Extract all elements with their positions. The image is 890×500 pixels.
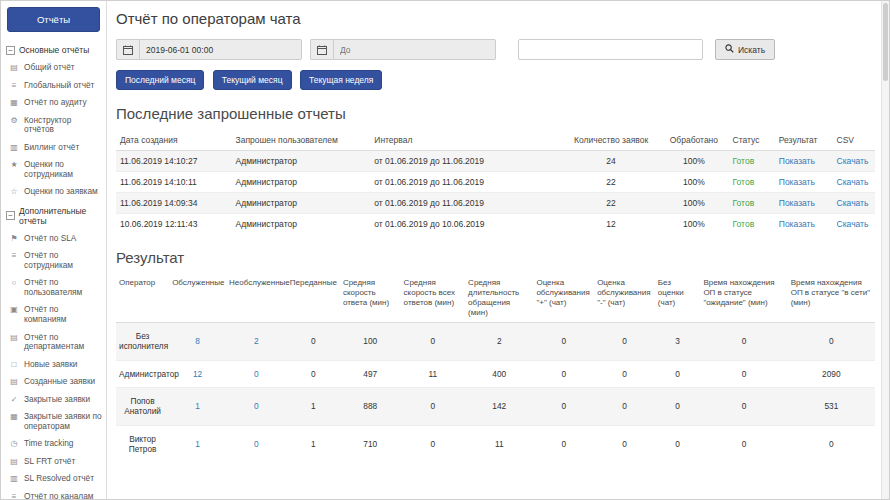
sidebar-item-label: Конструктор отчётов — [24, 116, 102, 135]
page-title: Отчёт по операторам чата — [116, 10, 875, 27]
cell-text: 11 — [429, 369, 438, 379]
cell-text: 1 — [311, 439, 316, 449]
cell-text: 531 — [824, 401, 838, 411]
cell-link[interactable]: 8 — [195, 336, 200, 346]
sidebar-item[interactable]: ⚑Отчёт по SLA — [1, 230, 106, 248]
sidebar-item[interactable]: ▥Биллинг отчёт — [1, 139, 106, 157]
search-button[interactable]: Искать — [715, 39, 775, 60]
sidebar-item-label: Оценки по сотрудникам — [24, 160, 102, 179]
recent-reports-table: Дата созданияЗапрошен пользователемИнтер… — [116, 130, 875, 234]
sl-frt-icon: ▤ — [9, 457, 19, 466]
cell-text: Администратор — [236, 177, 297, 187]
scrollbar-track[interactable] — [881, 1, 889, 499]
cell-text: 100% — [683, 156, 705, 166]
last-month-button[interactable]: Последний месяц — [116, 70, 204, 90]
sidebar-item[interactable]: ▤Отчёт по департаментам — [1, 329, 106, 356]
sidebar-item[interactable]: ▥SL Resolved отчёт — [1, 470, 106, 488]
cell-link[interactable]: 0 — [254, 439, 259, 449]
sidebar-item[interactable]: ✓Закрытые заявки — [1, 391, 106, 409]
scrollbar-thumb[interactable] — [883, 3, 888, 81]
cell-link[interactable]: Скачать — [837, 156, 869, 166]
sidebar-section-title[interactable]: −Основные отчёты — [1, 40, 106, 59]
calendar-icon[interactable] — [310, 39, 333, 60]
cell-text: 0 — [622, 369, 627, 379]
sidebar-item-label: Биллинг отчёт — [24, 143, 79, 153]
collapse-icon[interactable]: − — [6, 211, 15, 220]
date-from-input[interactable] — [139, 39, 302, 60]
cell-text: Администратор — [236, 156, 297, 166]
column-header: Оператор — [116, 274, 169, 323]
billing-icon: ▥ — [9, 143, 19, 152]
sidebar-item[interactable]: ▦Отчёт по аудиту — [1, 94, 106, 112]
cell-link[interactable]: Скачать — [837, 219, 869, 229]
column-header: Средняя скорость ответа (мин) — [340, 274, 401, 323]
date-to-group — [310, 39, 496, 60]
sidebar-item[interactable]: ○Отчёт по пользователям — [1, 274, 106, 301]
sidebar-section-title[interactable]: −Дополнительные отчёты — [1, 201, 106, 230]
cell-link[interactable]: Показать — [779, 198, 815, 208]
cell-text: 0 — [561, 401, 566, 411]
reports-button[interactable]: Отчёты — [7, 7, 100, 32]
column-header: Оценка обслуживания "-" (чат) — [594, 274, 655, 323]
column-header: Время нахождения ОП в статусе "ожидание"… — [700, 274, 787, 323]
result-heading: Результат — [116, 249, 875, 266]
current-week-button[interactable]: Текущая неделя — [300, 70, 382, 90]
search-button-label: Искать — [738, 45, 765, 55]
sidebar-item[interactable]: ▤SL FRT отчёт — [1, 453, 106, 471]
calendar-icon[interactable] — [116, 39, 139, 60]
sidebar-item[interactable]: ◷Time tracking — [1, 435, 106, 453]
column-header: Интервал — [370, 130, 563, 151]
cell-text: 0 — [742, 401, 747, 411]
collapse-icon[interactable]: − — [6, 46, 15, 55]
cell-text: 0 — [675, 369, 680, 379]
cell-link[interactable]: Скачать — [837, 198, 869, 208]
cell-text: 0 — [742, 439, 747, 449]
table-row: Без исполнителя8201000200300 — [116, 323, 875, 361]
column-header: Средняя длительность обращения (мин) — [465, 274, 533, 323]
status-text: Готов — [733, 198, 755, 208]
document-icon: ▤ — [9, 63, 19, 72]
date-to-input[interactable] — [333, 39, 496, 60]
sidebar-item[interactable]: ▤Общий отчёт — [1, 59, 106, 77]
current-month-button[interactable]: Текущий месяц — [213, 70, 292, 90]
cell-text: 0 — [742, 336, 747, 346]
search-input[interactable] — [518, 39, 703, 60]
sidebar-item[interactable]: ▦Закрытые заявки по операторам — [1, 408, 106, 435]
cell-text: от 01.06.2019 до 11.06.2019 — [374, 156, 484, 166]
cell-link[interactable]: 2 — [254, 336, 259, 346]
cell-text: 10.06.2019 12:11:43 — [120, 219, 197, 229]
column-header: Результат — [775, 130, 833, 151]
column-header: Без оценки (чат) — [655, 274, 701, 323]
cell-text: 497 — [363, 369, 377, 379]
column-header: Средняя скорость всех ответов (мин) — [401, 274, 466, 323]
cell-link[interactable]: Показать — [779, 177, 815, 187]
cell-link[interactable]: 12 — [193, 369, 202, 379]
departments-icon: ▤ — [9, 333, 19, 342]
sidebar-item[interactable]: ☆Оценки по заявкам — [1, 183, 106, 201]
sidebar-item[interactable]: ≡Отчёт по каналам чата — [1, 488, 106, 499]
cell-link[interactable]: Скачать — [837, 177, 869, 187]
sidebar-item-label: SL Resolved отчёт — [24, 474, 94, 484]
sidebar-item[interactable]: ≡Отчёт по сотрудникам — [1, 247, 106, 274]
cell-text: 100% — [683, 198, 705, 208]
date-from-group — [116, 39, 302, 60]
sidebar-item[interactable]: ▤Созданные заявки — [1, 373, 106, 391]
cell-link[interactable]: Показать — [779, 156, 815, 166]
sidebar-item[interactable]: ⚙Конструктор отчётов — [1, 112, 106, 139]
cell-link[interactable]: 0 — [254, 401, 259, 411]
table-row: Администратор12004971140000002090 — [116, 360, 875, 387]
cell-text: 0 — [622, 401, 627, 411]
sidebar-item[interactable]: □Новые заявки — [1, 356, 106, 374]
cell-text: 11.06.2019 14:09:34 — [120, 198, 197, 208]
cell-text: 0 — [622, 439, 627, 449]
column-header: Запрошен пользователем — [232, 130, 371, 151]
cell-link[interactable]: Показать — [779, 219, 815, 229]
cell-link[interactable]: 0 — [254, 369, 259, 379]
column-header: Количество заявок — [563, 130, 659, 151]
sidebar-item[interactable]: ★Оценки по сотрудникам — [1, 156, 106, 183]
ticket-ratings-icon: ☆ — [9, 187, 19, 196]
cell-link[interactable]: 1 — [195, 401, 200, 411]
sidebar-item[interactable]: ≡Глобальный отчёт — [1, 77, 106, 95]
cell-link[interactable]: 1 — [195, 439, 200, 449]
sidebar-item[interactable]: ▣Отчёт по компаниям — [1, 301, 106, 328]
